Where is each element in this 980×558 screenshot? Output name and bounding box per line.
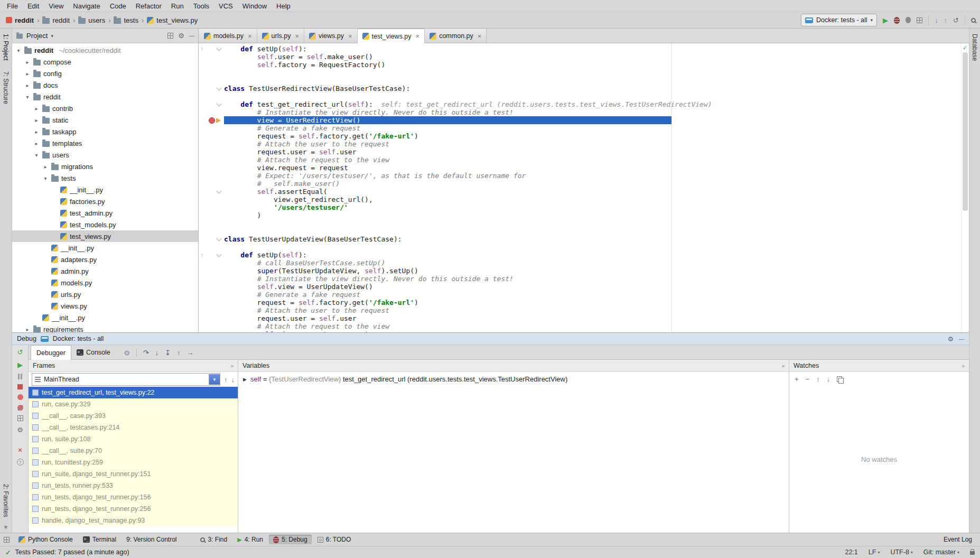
menu-code[interactable]: Code bbox=[105, 1, 131, 11]
menu-navigate[interactable]: Navigate bbox=[68, 1, 105, 11]
tree-item-users[interactable]: ▾users bbox=[12, 149, 198, 161]
breadcrumb-item-tests[interactable]: tests bbox=[112, 15, 139, 25]
tree-item-models.py[interactable]: models.py bbox=[12, 277, 198, 289]
tool-button-structure[interactable]: 7: Structure bbox=[2, 66, 10, 109]
tree-item-taskapp[interactable]: ▸taskapp bbox=[12, 126, 198, 137]
frame-row[interactable]: run_tests, runner.py:533 bbox=[29, 480, 238, 491]
frame-row[interactable]: handle, django_test_manage.py:93 bbox=[29, 515, 238, 526]
tree-item-reddit[interactable]: ▾reddit~/cookiecutter/reddit bbox=[12, 44, 198, 56]
tab-urls.py[interactable]: urls.py× bbox=[257, 29, 304, 43]
move-up-icon[interactable]: ↑ bbox=[816, 375, 820, 383]
tab-views.py[interactable]: views.py× bbox=[304, 29, 358, 43]
tree-item-templates[interactable]: ▸templates bbox=[12, 137, 198, 149]
fold-marker-icon[interactable] bbox=[217, 188, 222, 193]
force-step-into-icon[interactable]: ↧ bbox=[165, 349, 171, 357]
gutter[interactable] bbox=[199, 237, 224, 242]
vcs-branch-widget[interactable]: Git: master▾ bbox=[923, 548, 959, 556]
search-everywhere-icon[interactable] bbox=[971, 18, 976, 23]
frame-row[interactable]: run_tests, django_test_runner.py:156 bbox=[29, 491, 238, 503]
frame-row[interactable]: __call__, suite.py:70 bbox=[29, 445, 238, 457]
hide-window-icon[interactable]: — bbox=[959, 336, 964, 342]
menu-help[interactable]: Help bbox=[272, 1, 295, 11]
variable-row[interactable]: ▶self = {TestUserRedirectView} test_get_… bbox=[238, 372, 789, 386]
settings-gear-icon[interactable]: ⚙ bbox=[17, 426, 23, 434]
tree-item-__init__.py[interactable]: __init__.py bbox=[12, 242, 198, 254]
menu-run[interactable]: Run bbox=[166, 1, 189, 11]
frame-row[interactable]: run_suite, django_test_runner.py:151 bbox=[29, 468, 238, 480]
fold-marker-icon[interactable] bbox=[217, 85, 222, 90]
menu-edit[interactable]: Edit bbox=[23, 1, 44, 11]
gear-icon[interactable]: ⚙ bbox=[178, 32, 184, 40]
menu-file[interactable]: File bbox=[2, 1, 23, 11]
tree-item-admin.py[interactable]: admin.py bbox=[12, 265, 198, 277]
tree-item-tests[interactable]: ▾tests bbox=[12, 172, 198, 184]
tool-button-project[interactable]: 1: Project bbox=[2, 29, 10, 66]
mute-breakpoints-icon[interactable] bbox=[17, 405, 23, 411]
move-down-icon[interactable]: ↓ bbox=[827, 375, 830, 383]
breadcrumb-item-reddit[interactable]: reddit bbox=[41, 15, 71, 25]
tab-close-icon[interactable]: × bbox=[348, 32, 352, 40]
tree-expander-icon[interactable]: ▸ bbox=[42, 164, 49, 170]
tree-item-adapters.py[interactable]: adapters.py bbox=[12, 254, 198, 265]
collapse-all-icon[interactable] bbox=[167, 33, 173, 39]
menu-tools[interactable]: Tools bbox=[189, 1, 214, 11]
tab-close-icon[interactable]: × bbox=[295, 32, 299, 40]
previous-frame-icon[interactable]: ↑ bbox=[224, 376, 228, 384]
next-frame-icon[interactable]: ↓ bbox=[231, 376, 235, 384]
step-into-icon[interactable]: ↓ bbox=[155, 349, 159, 357]
tree-expander-icon[interactable]: ▾ bbox=[33, 152, 40, 158]
tree-item-__init__.py[interactable]: __init__.py bbox=[12, 312, 198, 323]
expand-icon[interactable]: ▶ bbox=[243, 377, 247, 382]
hide-panel-icon[interactable]: » bbox=[230, 363, 234, 369]
lock-icon[interactable] bbox=[970, 551, 975, 555]
debug-button[interactable] bbox=[894, 17, 900, 24]
tree-item-__init__.py[interactable]: __init__.py bbox=[12, 184, 198, 196]
remove-watch-icon[interactable]: − bbox=[806, 375, 810, 383]
tab-common.py[interactable]: common.py× bbox=[425, 29, 487, 43]
tab-close-icon[interactable]: × bbox=[416, 32, 420, 40]
tree-item-compose[interactable]: ▸compose bbox=[12, 56, 198, 68]
gutter[interactable]: ↑ bbox=[199, 252, 224, 258]
vcs-update-icon[interactable]: ↓ bbox=[935, 16, 938, 24]
frame-row[interactable]: __call__, case.py:393 bbox=[29, 410, 238, 422]
fold-marker-icon[interactable] bbox=[217, 236, 222, 241]
hide-panel-icon[interactable]: » bbox=[781, 363, 785, 369]
tree-expander-icon[interactable]: ▸ bbox=[24, 71, 31, 77]
tree-expander-icon[interactable]: ▸ bbox=[33, 106, 40, 111]
tab-console[interactable]: Console bbox=[71, 346, 116, 359]
tree-expander-icon[interactable]: ▾ bbox=[24, 94, 31, 100]
tab-close-icon[interactable]: × bbox=[248, 32, 252, 40]
tool-button-event-log[interactable]: Event Log bbox=[939, 535, 976, 544]
tab-debugger[interactable]: Debugger bbox=[31, 345, 71, 360]
project-view-title[interactable]: Project bbox=[26, 32, 48, 40]
breakpoint-icon[interactable] bbox=[209, 117, 215, 124]
tree-expander-icon[interactable]: ▾ bbox=[15, 48, 22, 53]
tree-item-test_models.py[interactable]: test_models.py bbox=[12, 219, 198, 230]
tree-expander-icon[interactable]: ▸ bbox=[24, 82, 31, 88]
tree-expander-icon[interactable]: ▸ bbox=[33, 129, 40, 135]
tree-item-urls.py[interactable]: urls.py bbox=[12, 289, 198, 300]
tree-expander-icon[interactable]: ▸ bbox=[33, 117, 40, 123]
line-separator-widget[interactable]: LF▾ bbox=[869, 548, 880, 556]
help-icon[interactable]: ? bbox=[17, 459, 24, 466]
editor-scrollbar[interactable]: ✓ bbox=[961, 43, 969, 332]
vcs-commit-icon[interactable]: ↑ bbox=[944, 16, 948, 24]
gutter[interactable] bbox=[199, 117, 224, 124]
show-execution-point-icon[interactable]: ⊙ bbox=[124, 349, 130, 357]
menu-vcs[interactable]: VCS bbox=[214, 1, 238, 11]
tree-item-contrib[interactable]: ▸contrib bbox=[12, 103, 198, 114]
settings-gear-icon[interactable]: ⚙ bbox=[948, 335, 954, 343]
tree-item-reddit[interactable]: ▾reddit bbox=[12, 91, 198, 103]
step-over-icon[interactable]: ↷ bbox=[143, 349, 149, 357]
encoding-widget[interactable]: UTF-8▾ bbox=[890, 548, 912, 556]
hide-panel-icon[interactable]: — bbox=[189, 33, 194, 39]
tool-button-favorites[interactable]: 2: Favorites bbox=[2, 479, 10, 523]
scrollbar-thumb[interactable] bbox=[963, 52, 968, 211]
tool-button-4-run[interactable]: ▶4: Run bbox=[233, 535, 267, 544]
pause-icon[interactable] bbox=[18, 374, 22, 379]
resume-icon[interactable]: ▶ bbox=[17, 361, 23, 369]
tree-item-static[interactable]: ▸static bbox=[12, 114, 198, 126]
hide-panel-icon[interactable]: » bbox=[962, 363, 965, 369]
frame-row[interactable]: __call__, testcases.py:214 bbox=[29, 422, 238, 433]
menu-refactor[interactable]: Refactor bbox=[131, 1, 166, 11]
